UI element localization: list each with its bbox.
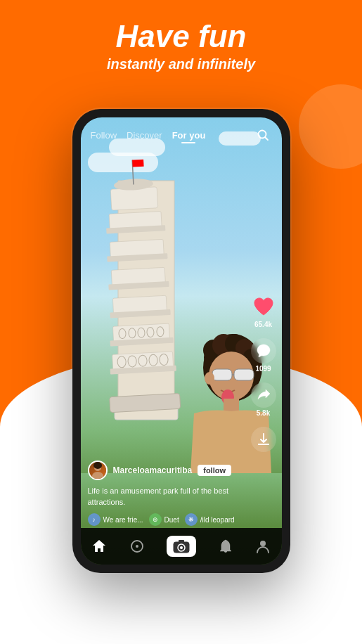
nav-discover[interactable] xyxy=(129,539,145,554)
nav-profile[interactable] xyxy=(255,539,271,554)
svg-point-43 xyxy=(258,131,266,139)
phone-screen: Follow Discover For you xyxy=(81,117,282,565)
svg-line-44 xyxy=(265,138,268,141)
nav-home[interactable] xyxy=(91,539,107,554)
share-action[interactable]: 5.8k xyxy=(251,382,276,417)
like-action[interactable]: 65.4k xyxy=(251,294,276,328)
tab-follow[interactable]: Follow xyxy=(91,130,117,141)
follow-button[interactable]: follow xyxy=(198,465,231,476)
heart-icon xyxy=(251,294,276,319)
svg-rect-18 xyxy=(132,160,144,167)
tab-for-you[interactable]: For you xyxy=(172,130,206,141)
download-action[interactable] xyxy=(251,427,276,452)
comment-icon xyxy=(251,338,276,363)
action-buttons: 65.4k 1099 5.8k xyxy=(251,294,276,452)
svg-rect-37 xyxy=(212,369,232,380)
header-subtitle: instantly and infinitely xyxy=(0,56,362,72)
hashtag-duet: ⊕ Duet xyxy=(149,513,179,526)
download-icon xyxy=(251,427,276,452)
header-title: Have fun xyxy=(0,20,362,53)
search-icon[interactable] xyxy=(254,126,272,144)
bottom-content: Marceloamacuritiba follow Life is an amu… xyxy=(88,461,243,526)
white-blob-top xyxy=(299,84,362,169)
svg-point-55 xyxy=(260,541,266,546)
svg-point-48 xyxy=(93,462,102,469)
user-info: Marceloamacuritiba follow xyxy=(88,461,243,480)
music-icon: ♪ xyxy=(88,513,101,526)
svg-point-46 xyxy=(92,472,103,479)
phone-frame: Follow Discover For you xyxy=(72,109,290,573)
svg-point-53 xyxy=(180,546,183,549)
video-caption: Life is an amusement park full of the be… xyxy=(88,486,243,508)
phone-nav: Follow Discover For you xyxy=(81,117,282,153)
shares-count: 5.8k xyxy=(257,409,270,417)
svg-point-50 xyxy=(136,545,138,548)
username: Marceloamacuritiba xyxy=(113,465,193,475)
svg-rect-15 xyxy=(110,187,157,210)
nav-tabs: Follow Discover For you xyxy=(91,130,206,141)
svg-point-42 xyxy=(205,372,214,385)
bottom-navigation xyxy=(81,528,282,565)
svg-rect-54 xyxy=(179,540,184,543)
share-icon xyxy=(251,382,276,408)
likes-count: 65.4k xyxy=(254,321,272,328)
header: Have fun instantly and infinitely xyxy=(0,20,362,72)
tab-discover[interactable]: Discover xyxy=(127,130,162,141)
svg-rect-2 xyxy=(109,393,180,412)
comment-action[interactable]: 1099 xyxy=(251,338,276,373)
hashtag-leopard: ❋ /ild leopard xyxy=(185,513,235,526)
leopard-icon: ❋ xyxy=(185,513,198,526)
hashtags: ♪ We are frie... ⊕ Duet ❋ /ild leopard xyxy=(88,513,243,526)
avatar xyxy=(88,461,108,480)
nav-notifications[interactable] xyxy=(219,539,233,554)
nav-camera[interactable] xyxy=(167,536,196,557)
phone-mockup: Follow Discover For you xyxy=(72,109,290,573)
duet-icon: ⊕ xyxy=(149,513,162,526)
avatar-inner xyxy=(89,462,106,479)
hashtag-music: ♪ We are frie... xyxy=(88,513,143,526)
svg-rect-41 xyxy=(224,399,239,413)
comments-count: 1099 xyxy=(255,365,271,373)
